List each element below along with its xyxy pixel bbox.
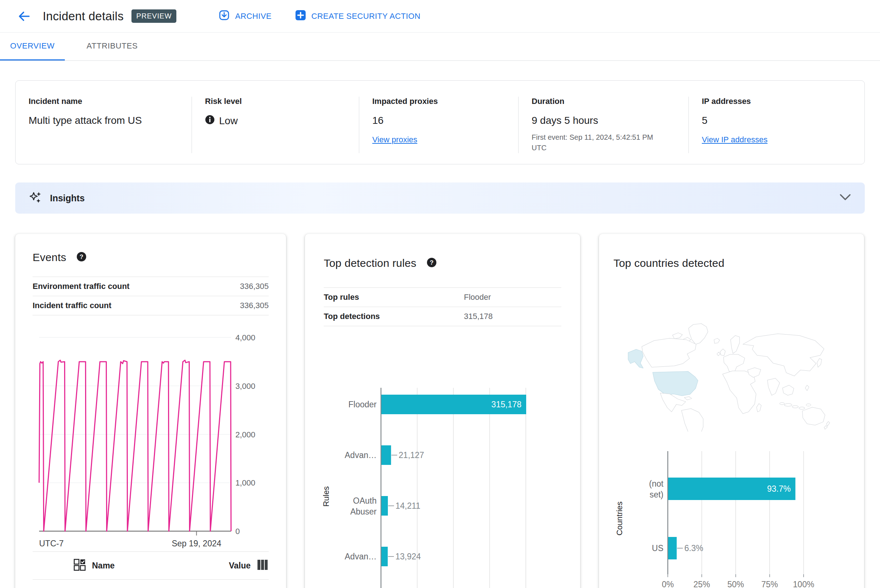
- tab-attributes[interactable]: ATTRIBUTES: [77, 33, 148, 60]
- svg-text:UTC-7: UTC-7: [39, 539, 64, 548]
- page-title: Incident details: [43, 9, 123, 23]
- svg-text:0: 0: [236, 527, 240, 536]
- svg-text:315,178: 315,178: [491, 400, 521, 409]
- info-icon: [205, 115, 215, 127]
- page-header: Incident details PREVIEW ARCHIVE CREATE …: [0, 0, 880, 33]
- rules-stats-table: Top rules Flooder Top detections 315,178: [324, 288, 561, 326]
- table-row: Environment traffic count 336,305: [33, 277, 269, 296]
- incident-summary-card: Incident name Multi type attack from US …: [15, 80, 865, 164]
- help-icon[interactable]: ?: [77, 252, 87, 263]
- columns-icon[interactable]: [257, 559, 269, 572]
- svg-text:?: ?: [429, 259, 433, 266]
- grid-check-icon[interactable]: [73, 558, 86, 573]
- svg-text:Advan…: Advan…: [345, 450, 377, 460]
- world-map: [613, 312, 850, 432]
- view-proxies-link[interactable]: View proxies: [372, 135, 417, 144]
- svg-text:6.3%: 6.3%: [685, 543, 703, 553]
- table-row: Top rules Flooder: [324, 288, 561, 307]
- help-icon[interactable]: ?: [426, 257, 437, 269]
- archive-icon: [218, 9, 230, 23]
- svg-text:0%: 0%: [662, 580, 674, 588]
- svg-text:?: ?: [80, 254, 83, 260]
- tab-bar: OVERVIEW ATTRIBUTES: [0, 33, 880, 61]
- events-card: Events ? Environment traffic count 336,3…: [15, 234, 286, 588]
- countries-bar-chart: (notset)93.7%US6.3%Countries0%25%50%75%1…: [613, 451, 850, 588]
- svg-text:50%: 50%: [727, 580, 744, 588]
- svg-text:14,211: 14,211: [395, 501, 420, 510]
- events-line-chart: 01,0002,0003,0004,000UTC-7Sep 19, 2024: [33, 328, 269, 550]
- detection-rules-bar-chart: Flooder315,178Advan…21,127OAuthAbuser14,…: [323, 388, 563, 588]
- countries-card-title: Top countries detected: [613, 257, 724, 269]
- svg-text:25%: 25%: [694, 580, 710, 588]
- svg-text:Advan…: Advan…: [345, 552, 377, 561]
- first-event-timestamp: First event: Sep 11, 2024, 5:42:51 PM UT…: [532, 132, 662, 153]
- svg-text:93.7%: 93.7%: [767, 484, 791, 494]
- archive-button[interactable]: ARCHIVE: [218, 9, 272, 23]
- view-ip-addresses-link[interactable]: View IP addresses: [702, 135, 767, 144]
- insights-label: Insights: [50, 193, 85, 204]
- svg-text:100%: 100%: [793, 580, 814, 588]
- table-row: Incident traffic count 336,305: [33, 296, 269, 315]
- sparkle-icon: [29, 191, 42, 205]
- summary-ip-addresses: IP addresses 5 View IP addresses: [688, 97, 864, 153]
- create-security-action-button[interactable]: CREATE SECURITY ACTION: [295, 9, 420, 23]
- svg-text:Flooder: Flooder: [348, 400, 377, 409]
- svg-text:OAuth: OAuth: [353, 496, 377, 506]
- svg-text:13,924: 13,924: [395, 552, 421, 561]
- events-stats-table: Environment traffic count 336,305 Incide…: [33, 277, 269, 315]
- preview-badge: PREVIEW: [131, 9, 176, 23]
- legend-header: Name Value: [33, 552, 269, 579]
- legend-row: Environment traffic 5: [33, 580, 269, 588]
- back-arrow-icon[interactable]: [16, 8, 32, 24]
- svg-text:21,127: 21,127: [399, 450, 424, 460]
- svg-text:4,000: 4,000: [236, 333, 255, 342]
- svg-text:75%: 75%: [761, 580, 778, 588]
- summary-duration: Duration 9 days 5 hours First event: Sep…: [518, 97, 688, 153]
- summary-risk-level: Risk level Low: [192, 97, 359, 153]
- rules-card-title: Top detection rules: [324, 257, 416, 269]
- top-detection-rules-card: Top detection rules ? Top rules Flooder …: [305, 234, 580, 588]
- svg-text:2,000: 2,000: [236, 430, 255, 439]
- svg-text:Abuser: Abuser: [350, 507, 377, 516]
- summary-incident-name: Incident name Multi type attack from US: [16, 97, 192, 153]
- svg-text:Sep 19, 2024: Sep 19, 2024: [172, 539, 221, 548]
- chevron-down-icon[interactable]: [839, 194, 851, 202]
- events-card-title: Events: [33, 251, 66, 264]
- top-countries-card: Top countries detected: [599, 234, 864, 588]
- plus-icon: [295, 9, 306, 23]
- insights-expander[interactable]: Insights: [15, 183, 865, 214]
- svg-text:Rules: Rules: [323, 486, 330, 507]
- table-row: Top detections 315,178: [324, 307, 561, 326]
- svg-text:US: US: [652, 543, 664, 553]
- summary-impacted-proxies: Impacted proxies 16 View proxies: [359, 97, 518, 153]
- svg-text:set): set): [650, 490, 664, 499]
- svg-text:(not: (not: [649, 479, 664, 488]
- svg-text:3,000: 3,000: [236, 382, 255, 391]
- dashboard-cards: Events ? Environment traffic count 336,3…: [15, 234, 865, 588]
- tab-overview[interactable]: OVERVIEW: [0, 33, 65, 60]
- svg-text:1,000: 1,000: [236, 478, 255, 488]
- svg-text:Countries: Countries: [615, 501, 624, 536]
